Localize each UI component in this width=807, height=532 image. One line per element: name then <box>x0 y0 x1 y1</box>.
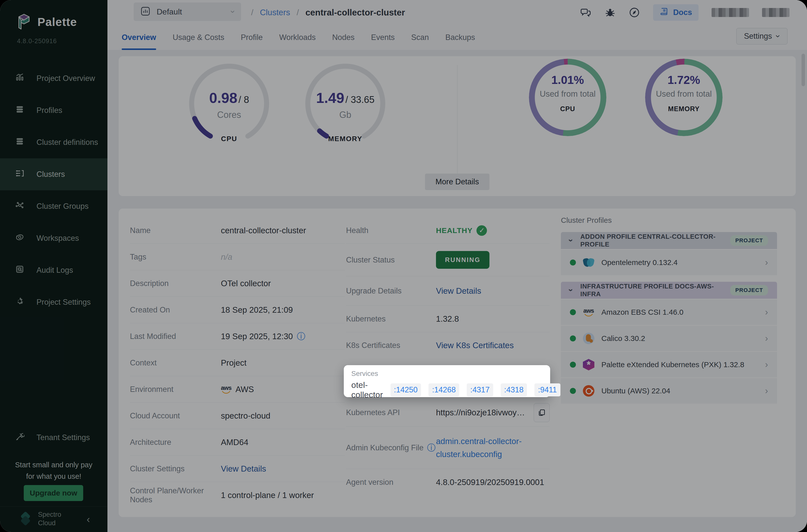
app-window: Palette 4.8.0-250916 Project Overview Pr… <box>0 0 807 532</box>
services-spotlight-card: Services otel-collector :14250 :14268 :4… <box>344 365 550 397</box>
service-port-link[interactable]: :14250 <box>391 383 421 396</box>
service-name: otel-collector <box>351 380 383 400</box>
services-label: Services <box>351 370 543 378</box>
services-row: otel-collector :14250 :14268 :4317 :4318… <box>351 380 543 400</box>
service-port-link[interactable]: :4317 <box>467 383 493 396</box>
service-port-link[interactable]: :14268 <box>429 383 459 396</box>
service-port-link[interactable]: :4318 <box>501 383 527 396</box>
service-port-link[interactable]: :9411 <box>534 383 560 396</box>
spotlight-dim-overlay <box>0 0 807 532</box>
